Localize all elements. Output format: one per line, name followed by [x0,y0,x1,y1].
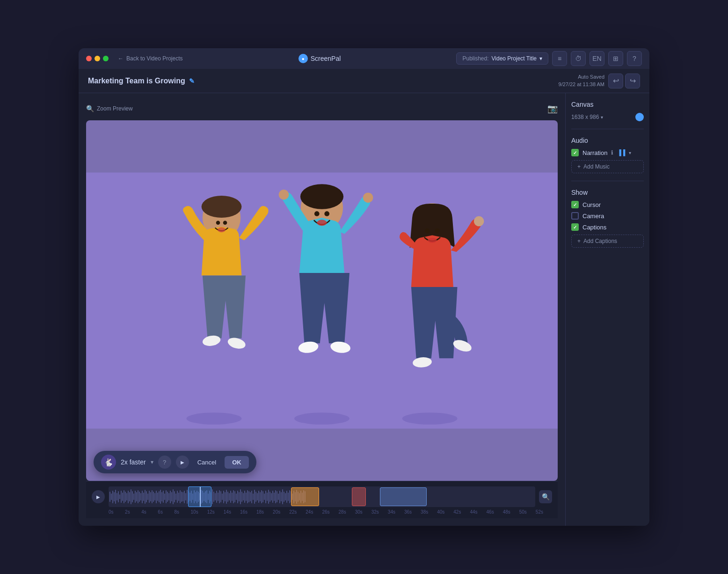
narration-checkbox[interactable]: ✓ [571,149,579,156]
time-mark-18s: 18s [256,509,273,515]
timeline-selection [188,486,211,507]
layers-icon: ⊞ [613,55,619,62]
help-icon-button[interactable]: ? [627,51,642,66]
svg-point-2 [202,196,242,218]
close-button[interactable] [86,56,92,61]
svg-point-10 [279,190,289,199]
captions-label: Captions [582,224,606,231]
canvas-size-label[interactable]: 1638 x 986 ▾ [571,114,603,120]
time-mark-26s: 26s [322,509,338,515]
camera-label: Camera [582,213,604,220]
ok-button[interactable]: OK [225,456,249,469]
svg-point-7 [218,227,226,232]
help-icon: ? [633,55,636,62]
publish-title: Video Project Title [492,55,537,62]
language-button[interactable]: EN [590,51,604,66]
canvas-color-dot[interactable] [635,113,644,121]
zoom-preview-label: Zoom Preview [97,105,133,112]
minimize-button[interactable] [95,56,100,61]
cancel-button[interactable]: Cancel [194,457,220,468]
app-logo: ● ScreenPal [187,54,453,63]
info-icon[interactable]: ℹ [611,149,613,156]
audio-levels-icon[interactable]: ▐▐ [617,149,625,156]
redo-button[interactable]: ↪ [625,74,640,88]
canvas-size-row: 1638 x 986 ▾ [571,113,644,121]
canvas-chevron-icon: ▾ [601,115,603,120]
speed-label: 2x faster [121,458,146,466]
layers-icon-button[interactable]: ⊞ [608,51,623,66]
video-scene [86,120,558,481]
speed-play-button[interactable]: ▶ [176,456,189,469]
svg-point-6 [223,221,227,225]
traffic-lights [86,56,109,61]
timeline-ruler: 0s 2s 4s 6s 8s 10s 12s 14s 16s 18s 20s 2… [109,509,552,515]
list-icon: ≡ [558,55,561,62]
cursor-row: ✓ Cursor [571,201,644,208]
show-section: Show ✓ Cursor Camera ✓ Captions [571,189,644,248]
time-mark-16s: 16s [240,509,256,515]
svg-point-25 [294,412,349,425]
cursor-checkbox[interactable]: ✓ [571,201,579,208]
back-button[interactable]: ← Back to Video Projects [118,55,183,62]
divider-2 [571,181,644,181]
back-label: Back to Video Projects [126,55,183,62]
logo-text: ScreenPal [311,55,341,62]
time-mark-36s: 36s [404,509,421,515]
time-mark-46s: 46s [487,509,503,515]
check-icon-captions: ✓ [573,225,577,230]
svg-point-23 [428,238,437,243]
add-captions-button[interactable]: + Add Captions [571,235,644,248]
time-mark-50s: 50s [519,509,536,515]
narration-label: Narration [582,149,607,156]
time-mark-14s: 14s [224,509,240,515]
time-mark-2s: 2s [125,509,141,515]
edit-icon[interactable]: ✎ [189,77,195,85]
narration-chevron-icon[interactable]: ▾ [629,150,631,155]
divider-1 [571,129,644,129]
audio-section: Audio ✓ Narration ℹ ▐▐ ▾ + Add Music [571,137,644,173]
undo-button[interactable]: ↩ [608,74,623,88]
svg-point-15 [324,211,329,216]
publish-button[interactable]: Published: Video Project Title ▾ [456,52,548,65]
timeline-segment-red [352,487,366,506]
time-mark-28s: 28s [339,509,355,515]
captions-checkbox[interactable]: ✓ [571,223,579,231]
camera-checkbox[interactable] [571,212,579,220]
clock-icon-button[interactable]: ⏱ [571,51,586,66]
timeline-search-button[interactable]: 🔍 [539,490,552,503]
publish-prefix: Published: [462,55,488,62]
clock-icon: ⏱ [575,55,582,62]
svg-point-22 [435,228,440,234]
check-icon-cursor: ✓ [573,202,577,207]
time-mark-10s: 10s [191,509,207,515]
add-music-label: Add Music [583,163,610,170]
zoom-preview[interactable]: 🔍 Zoom Preview [86,105,133,112]
language-label: EN [592,55,601,62]
list-icon-button[interactable]: ≡ [552,51,567,66]
svg-point-18 [474,216,484,226]
zoom-bar: 🔍 Zoom Preview 📷 [86,101,558,117]
maximize-button[interactable] [103,56,109,61]
canvas-title: Canvas [571,101,644,108]
svg-point-16 [317,220,327,226]
camera-icon: 📷 [547,104,558,113]
main-content: 🔍 Zoom Preview 📷 [79,93,649,526]
add-music-button[interactable]: + Add Music [571,160,644,173]
audio-title: Audio [571,137,644,144]
time-mark-8s: 8s [174,509,190,515]
right-panel: Canvas 1638 x 986 ▾ Audio ✓ Narrat [565,93,649,526]
speed-help-button[interactable]: ? [158,456,171,469]
project-title-text: Marketing Team is Growing [88,77,185,85]
timeline-play-button[interactable]: ▶ [92,490,105,503]
time-mark-44s: 44s [470,509,486,515]
screenshot-button[interactable]: 📷 [547,103,558,114]
camera-row: Camera [571,212,644,220]
svg-point-11 [363,192,373,202]
timeline-track[interactable] [109,486,535,507]
play-icon: ▶ [96,494,100,500]
auto-saved-info: Auto Saved 9/27/22 at 11:38 AM [559,74,604,88]
app-window: ← Back to Video Projects ● ScreenPal Pub… [79,48,649,526]
add-captions-plus-icon: + [577,238,581,244]
auto-saved-date: 9/27/22 at 11:38 AM [559,81,604,88]
time-mark-12s: 12s [207,509,224,515]
